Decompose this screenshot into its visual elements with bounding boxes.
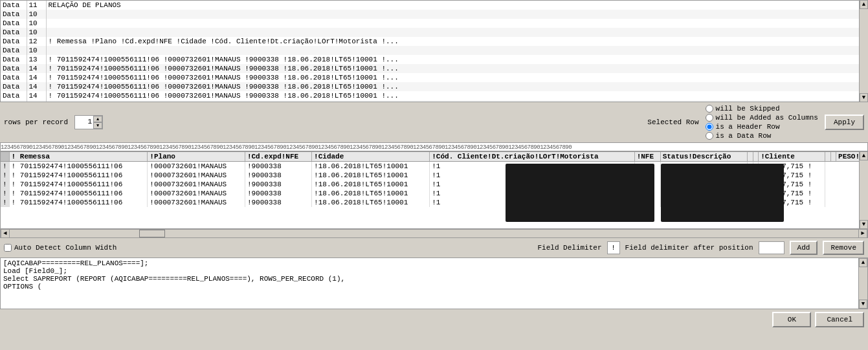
remove-button[interactable]: Remove <box>823 241 864 255</box>
top-cell-data: ! 7011592474!1000556111!06 !0000732601!M… <box>46 91 867 100</box>
radio-option-skip[interactable]: will be Skipped <box>706 105 818 113</box>
radio-header[interactable] <box>706 123 713 131</box>
top-cell-num: 13 <box>27 55 46 64</box>
bottom-vscroll-down[interactable]: ▼ <box>860 220 868 229</box>
bottom-cell: !9000338 <box>245 162 311 171</box>
bottom-cell: !0000732601!MANAUS <box>148 189 245 198</box>
field-delim-pos-input[interactable] <box>759 241 785 254</box>
top-cell-data <box>46 46 867 55</box>
blackout-overlay-2 <box>661 164 784 222</box>
top-table-row: Data11RELAÇÃO DE PLANOS <box>1 1 867 10</box>
vscroll-track <box>860 9 868 93</box>
col-blank4 <box>830 152 836 162</box>
top-cell-num: 14 <box>27 73 46 82</box>
bottom-cell: !0000732601!MANAUS <box>148 162 245 171</box>
rows-per-record-spinner[interactable]: ▲ ▼ <box>74 115 103 129</box>
top-cell-num: 14 <box>27 100 46 102</box>
col-status: Status!Descrição <box>660 152 748 162</box>
top-cell-data: ! Remessa !Plano !Cd.expd!NFE !Cidade !C… <box>46 37 867 46</box>
col-remessa: ! Remessa <box>9 152 148 162</box>
top-table-row: Data10 <box>1 19 867 28</box>
top-cell-type: Data <box>1 1 27 10</box>
top-cell-data <box>46 19 867 28</box>
top-table-row: Data10 <box>1 28 867 37</box>
main-container: Data11RELAÇÃO DE PLANOSData10Data10Data1… <box>0 0 868 350</box>
bottom-cell: !0000732601!MANAUS <box>148 171 245 180</box>
top-cell-type: Data <box>1 28 27 37</box>
radio-skip[interactable] <box>706 105 713 113</box>
vscroll-up-btn[interactable]: ▲ <box>860 0 868 9</box>
radio-header-label: is a Header Row <box>716 123 780 131</box>
top-cell-num: 12 <box>27 37 46 46</box>
add-button[interactable]: Add <box>790 241 818 255</box>
col-codcli: !Cód. Cliente!Dt.criação!LOrT!Motorista <box>430 152 634 162</box>
bottom-cell: !18.06.2018!LT65!10001 <box>312 198 430 207</box>
top-cell-num: 11 <box>27 1 46 10</box>
col-blank2 <box>753 152 758 162</box>
cancel-button[interactable]: Cancel <box>815 312 864 327</box>
bottom-vscroll-up[interactable]: ▲ <box>860 151 868 160</box>
hscroll-bar[interactable]: ◄ ► <box>0 229 868 238</box>
top-cell-type: Data <box>1 46 27 55</box>
bottom-cell: ! 7011592474!1000556111!06 <box>9 162 148 171</box>
bottom-vscroll-track <box>860 160 868 220</box>
sql-vscroll-down[interactable]: ▼ <box>859 300 867 309</box>
top-cell-data: ! 7011592474!1000556111!06 !0000732601!M… <box>46 73 867 82</box>
auto-detect-checkbox[interactable] <box>4 244 12 252</box>
radio-columns[interactable] <box>706 114 713 122</box>
bottom-cell: !0000732601!MANAUS <box>148 180 245 189</box>
bottom-cell: !9000338 <box>245 198 311 207</box>
spinner-arrows: ▲ ▼ <box>93 116 102 129</box>
top-cell-type: Data <box>1 10 27 19</box>
bottom-cell: !9000338 <box>245 180 311 189</box>
top-cell-num: 14 <box>27 91 46 100</box>
apply-button[interactable]: Apply <box>825 115 864 130</box>
top-cell-data <box>46 10 867 19</box>
radio-data[interactable] <box>706 132 713 140</box>
field-delimiter-label: Field Delimiter <box>538 244 602 252</box>
col-nfe: !NFE <box>634 152 660 162</box>
radio-option-header[interactable]: is a Header Row <box>706 123 818 131</box>
row-indicator: ! <box>1 171 9 180</box>
row-type-radio-group: will be Skipped will be Added as Columns… <box>706 105 818 140</box>
ok-button[interactable]: OK <box>772 312 811 327</box>
vscroll-down-btn[interactable]: ▼ <box>860 93 868 102</box>
rows-per-record-label: rows per record <box>4 118 68 126</box>
bottom-buttons-row: OK Cancel <box>0 309 868 330</box>
col-blank1 <box>748 152 753 162</box>
bottom-vscrollbar[interactable]: ▲ ▼ <box>859 151 868 229</box>
top-table-wrap: Data11RELAÇÃO DE PLANOSData10Data10Data1… <box>0 0 868 102</box>
row-indicator: ! <box>1 180 9 189</box>
field-delimiter-input[interactable] <box>607 241 620 254</box>
field-delim-after-label: Field delimiter after position <box>625 244 753 252</box>
bottom-data-table-area: ! Remessa !Plano !Cd.expd!NFE !Cidade !C… <box>0 151 868 229</box>
top-cell-data: ! 7011592474!1000556111!06 !0000732601!M… <box>46 82 867 91</box>
top-table-row: Data13! 7011592474!1000556111!06 !000073… <box>1 55 867 64</box>
top-vscrollbar[interactable]: ▲ ▼ <box>859 0 868 102</box>
spin-down-btn[interactable]: ▼ <box>93 122 102 129</box>
sql-vscroll-up[interactable]: ▲ <box>859 258 867 267</box>
hscroll-thumb[interactable] <box>139 230 165 237</box>
top-cell-type: Data <box>1 100 27 102</box>
col-blank3 <box>825 152 830 162</box>
row-indicator: ! <box>1 189 9 198</box>
spin-up-btn[interactable]: ▲ <box>93 116 102 122</box>
sql-line-1: [AQICABAP=========REL_PLANOS====]; <box>3 259 865 267</box>
bottom-cell: !18.06.2018!LT65!10001 <box>312 171 430 180</box>
radio-option-columns[interactable]: will be Added as Columns <box>706 114 818 122</box>
auto-detect-label: Auto Detect Column Width <box>14 244 117 252</box>
top-data-table: Data11RELAÇÃO DE PLANOSData10Data10Data1… <box>1 1 867 102</box>
radio-option-data[interactable]: is a Data Row <box>706 132 818 140</box>
rows-per-record-input[interactable] <box>75 116 93 127</box>
ruler-row: 1234567890123456789012345678901234567890… <box>0 142 868 151</box>
top-cell-type: Data <box>1 19 27 28</box>
sql-vscrollbar[interactable]: ▲ ▼ <box>858 258 867 309</box>
top-table-row: Data14! 7011592474!1000556111!06 !000073… <box>1 91 867 100</box>
hscroll-left-btn[interactable]: ◄ <box>1 229 10 238</box>
hscroll-right-btn[interactable]: ► <box>858 229 867 238</box>
sql-line-3: Select SAPREPORT (REPORT (AQICABAP======… <box>3 275 865 283</box>
top-cell-data: RELAÇÃO DE PLANOS <box>46 1 867 10</box>
hscroll-track[interactable] <box>10 230 858 237</box>
auto-detect-container[interactable]: Auto Detect Column Width <box>4 244 117 252</box>
sql-line-4: OPTIONS ( <box>3 283 865 290</box>
